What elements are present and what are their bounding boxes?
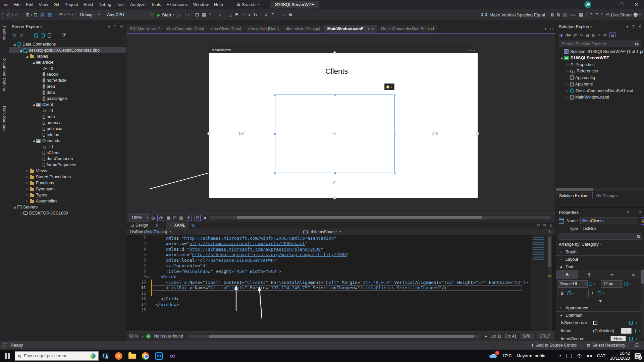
v-spacing-label[interactable]: Make Vertical Spacing Equal [489,12,545,17]
navigate-back-button[interactable]: ⊙ [5,12,12,17]
close-button[interactable]: ✕ [629,0,644,9]
tree-item[interactable]: dataComanda [9,156,126,162]
minimize-button[interactable]: — [599,0,614,9]
solution-search-input[interactable] [561,41,635,47]
tree-item[interactable]: App.config [556,74,644,81]
bold-button[interactable]: B [558,290,566,297]
section-text[interactable]: ◢Text [556,263,644,270]
doc-tab[interactable]: dbo.Client [Data] [208,25,245,33]
menu-edit[interactable]: Edit [23,1,36,8]
pause-button[interactable]: ⏸ [247,12,252,18]
pin-icon[interactable]: ⊣ [366,27,369,31]
guides-button-3[interactable]: ❞ [599,12,604,17]
tree-item[interactable]: ▷<> MainWindow.xaml [556,94,644,101]
maximize-button[interactable]: ❐ [614,0,629,9]
gridlines-icon[interactable]: ▨ [179,216,183,220]
Items-button[interactable]: ... [621,328,632,334]
tree-item[interactable]: adressa [9,120,126,126]
properties-wrench-button[interactable]: ⚙ [641,217,644,225]
tree-item[interactable]: ▷ Views [9,168,126,174]
tree-item[interactable]: ▷ Types [9,192,126,198]
tree-item[interactable]: preu [9,83,126,89]
italic-button[interactable]: I [588,290,596,297]
split-horizontal-icon[interactable]: ⊟ [537,223,540,227]
designer-zoom-dropdown[interactable]: 100%▾ [129,214,149,222]
cut-button[interactable]: ✂ [280,12,287,17]
menu-help[interactable]: Help [211,1,226,8]
name-input[interactable] [580,218,638,224]
chevron-down-icon[interactable]: ▾ [188,13,190,16]
file-explorer-icon[interactable] [125,350,139,362]
tree-item[interactable]: seccio [9,71,126,77]
section-brush[interactable]: ▷Brush [556,248,644,255]
taskbar-search[interactable] [15,351,99,361]
tree-item[interactable]: ▷<> App.xaml [556,81,644,88]
volume-muted-icon[interactable] [587,354,592,358]
doc-tab[interactable]: dbo.article [Design] [282,25,324,33]
live-share-label[interactable]: Live Share [611,12,632,17]
bell-icon[interactable] [635,343,639,348]
clock[interactable]: 16:42 10/11/2023 [610,351,630,361]
doc-tab[interactable]: GestioComandesDataSet.xsd [378,25,437,33]
temperature[interactable]: 17°C [502,353,512,358]
chevron-down-icon[interactable]: ▾ [639,13,641,16]
effects-fx-button[interactable]: fx [157,215,164,221]
refresh-button[interactable]: ↻ [252,12,259,17]
save-all-button[interactable]: ▥ [46,12,53,17]
comment-button[interactable]: ❝ [208,12,213,17]
switch-views-icon[interactable]: ◨ [559,33,562,38]
spaces-indicator[interactable]: SPC [520,333,534,339]
tree-item[interactable]: paisOrigen [9,96,126,102]
tree-item[interactable]: nom [9,114,126,120]
checkbox[interactable] [593,321,597,325]
tree-item[interactable]: ◢ desktop-jccl880.GestioComandes.dbo [9,47,126,53]
solution-h-scrollbar[interactable] [556,188,644,191]
editor-zoom[interactable]: 98 % [129,334,138,339]
bookmark-button[interactable]: ⚑ [233,12,240,17]
tree-item[interactable]: Id [9,144,126,150]
properties-search[interactable] [559,233,642,240]
line-indicator[interactable]: Ln: 11 [490,334,501,339]
xaml-tab[interactable]: ⊡ XAML [166,222,188,229]
wifi-icon[interactable] [577,354,582,358]
listbox-selection[interactable] [275,95,395,173]
font-paragraph-tab[interactable]: ¶ [578,270,600,279]
add-to-source-control[interactable]: ↑ Add to Source Control ▴ [531,343,581,348]
menu-git[interactable]: Git [51,1,62,8]
tree-item[interactable]: nomArticle [9,77,126,83]
section-appearance[interactable]: ▷Appearance [556,304,644,311]
code-line-13[interactable]: 13 </Grid> [126,296,555,302]
collapse-pane-icon[interactable]: ◫ [549,223,552,227]
health-label[interactable]: No issues found [154,334,183,339]
code-line-3[interactable]: 3 xmlns:x="http://schemas.microsoft.com/… [126,241,555,247]
clients-label[interactable]: Clients [325,67,348,79]
show-all-files-button[interactable]: ⊡ [609,32,615,38]
scroll-left-icon[interactable]: ◀ [203,216,206,220]
select-repository[interactable]: ⊡ Select Repository ▴ [587,343,629,348]
code-line-14[interactable]: 14</Window> [126,302,555,307]
connect-server-icon[interactable] [41,33,45,38]
menu-test[interactable]: Test [114,1,127,8]
snap-grid-icon[interactable]: ⊞ [173,216,176,220]
refresh-icon[interactable]: ↻ [580,33,583,38]
search-control[interactable]: Search ▾ [237,2,259,7]
tree-item[interactable]: ▷ GestioComandesDataSet1.xsd [556,87,644,94]
tree-item[interactable]: ▷ Synonyms [9,186,126,192]
doc-tab[interactable]: dbo.Comanda [Data] [164,25,208,33]
stop-refresh-icon[interactable]: ✕ [19,32,24,39]
menu-analyze[interactable]: Analyze [127,1,148,8]
tree-item[interactable]: telefon [9,132,126,138]
undo-button[interactable]: ↶ [57,12,64,17]
quick-actions-lightbulb[interactable]: ▸ [384,83,394,90]
guides-button-2[interactable]: ❞ [594,12,599,17]
pin-icon[interactable]: ⊤ [632,24,635,29]
tree-item[interactable]: Solution 'S16SQLServerWPF' (1 of 1 proje… [556,48,644,55]
arrange-by[interactable]: Arrange by: Category [559,242,599,247]
section-common[interactable]: ◢Common [556,311,644,319]
font-indent-tab[interactable]: ⇥ [600,270,623,279]
tree-item[interactable]: data [9,89,126,96]
eol-indicator[interactable]: CRLF [537,333,553,339]
grid-button[interactable]: ▦ [561,12,569,17]
close-icon[interactable]: ✕ [639,210,642,215]
tab-toolbox[interactable]: Toolbox [0,23,9,42]
